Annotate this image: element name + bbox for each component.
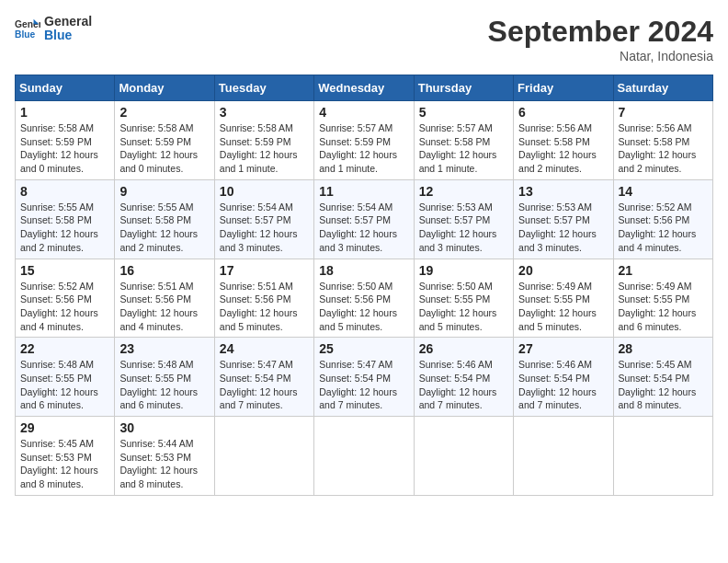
header-monday: Monday	[115, 75, 214, 101]
table-row: 24 Sunrise: 5:47 AM Sunset: 5:54 PM Dayl…	[214, 338, 313, 417]
day-info: Sunrise: 5:52 AM Sunset: 5:56 PM Dayligh…	[619, 201, 708, 255]
logo-icon: General Blue	[15, 16, 40, 41]
header-tuesday: Tuesday	[214, 75, 313, 101]
day-info: Sunrise: 5:52 AM Sunset: 5:56 PM Dayligh…	[20, 280, 109, 334]
day-info: Sunrise: 5:58 AM Sunset: 5:59 PM Dayligh…	[220, 121, 309, 176]
day-info: Sunrise: 5:48 AM Sunset: 5:55 PM Dayligh…	[20, 358, 109, 412]
day-number: 6	[518, 105, 608, 120]
day-info: Sunrise: 5:45 AM Sunset: 5:54 PM Dayligh…	[619, 358, 708, 412]
day-info: Sunrise: 5:53 AM Sunset: 5:57 PM Dayligh…	[419, 201, 508, 255]
day-number: 24	[220, 341, 309, 356]
day-number: 8	[20, 184, 109, 199]
day-info: Sunrise: 5:46 AM Sunset: 5:54 PM Dayligh…	[419, 358, 508, 412]
day-info: Sunrise: 5:44 AM Sunset: 5:53 PM Dayligh…	[119, 437, 209, 491]
day-number: 16	[119, 263, 209, 278]
table-row: 20 Sunrise: 5:49 AM Sunset: 5:55 PM Dayl…	[514, 259, 613, 338]
logo: General Blue General Blue	[15, 15, 92, 43]
day-number: 11	[319, 184, 408, 199]
day-number: 21	[619, 263, 708, 278]
day-info: Sunrise: 5:48 AM Sunset: 5:55 PM Dayligh…	[119, 358, 209, 412]
table-row: 16 Sunrise: 5:51 AM Sunset: 5:56 PM Dayl…	[115, 259, 214, 338]
table-row: 22 Sunrise: 5:48 AM Sunset: 5:55 PM Dayl…	[16, 338, 115, 417]
day-number: 4	[319, 105, 408, 120]
table-row: 25 Sunrise: 5:47 AM Sunset: 5:54 PM Dayl…	[314, 338, 414, 417]
table-row: 21 Sunrise: 5:49 AM Sunset: 5:55 PM Dayl…	[613, 259, 712, 338]
day-info: Sunrise: 5:56 AM Sunset: 5:58 PM Dayligh…	[518, 121, 608, 176]
day-number: 28	[619, 341, 708, 356]
day-number: 13	[518, 184, 608, 199]
table-row	[314, 417, 414, 496]
day-info: Sunrise: 5:55 AM Sunset: 5:58 PM Dayligh…	[119, 201, 209, 255]
logo-text-blue: Blue	[44, 29, 92, 42]
table-row: 10 Sunrise: 5:54 AM Sunset: 5:57 PM Dayl…	[214, 179, 313, 259]
calendar-header: Sunday Monday Tuesday Wednesday Thursday…	[16, 75, 713, 101]
day-number: 25	[319, 341, 408, 356]
day-info: Sunrise: 5:49 AM Sunset: 5:55 PM Dayligh…	[619, 280, 708, 334]
logo-text-general: General	[44, 15, 92, 29]
day-info: Sunrise: 5:50 AM Sunset: 5:55 PM Dayligh…	[419, 280, 508, 334]
table-row: 15 Sunrise: 5:52 AM Sunset: 5:56 PM Dayl…	[16, 259, 115, 338]
day-number: 23	[119, 341, 209, 356]
table-row: 12 Sunrise: 5:53 AM Sunset: 5:57 PM Dayl…	[414, 179, 513, 259]
calendar-row: 8 Sunrise: 5:55 AM Sunset: 5:58 PM Dayli…	[16, 179, 713, 259]
day-info: Sunrise: 5:54 AM Sunset: 5:57 PM Dayligh…	[319, 201, 408, 255]
calendar-table: Sunday Monday Tuesday Wednesday Thursday…	[15, 75, 713, 496]
table-row: 3 Sunrise: 5:58 AM Sunset: 5:59 PM Dayli…	[214, 101, 313, 180]
table-row: 2 Sunrise: 5:58 AM Sunset: 5:59 PM Dayli…	[115, 101, 214, 180]
day-info: Sunrise: 5:45 AM Sunset: 5:53 PM Dayligh…	[20, 437, 109, 491]
table-row	[214, 417, 313, 496]
day-number: 3	[220, 105, 309, 120]
day-number: 20	[518, 263, 608, 278]
day-info: Sunrise: 5:50 AM Sunset: 5:56 PM Dayligh…	[319, 280, 408, 334]
title-block: September 2024 Natar, Indonesia	[488, 15, 713, 63]
header-friday: Friday	[514, 75, 613, 101]
table-row: 6 Sunrise: 5:56 AM Sunset: 5:58 PM Dayli…	[514, 101, 613, 180]
svg-text:General: General	[15, 19, 40, 29]
calendar-row: 22 Sunrise: 5:48 AM Sunset: 5:55 PM Dayl…	[16, 338, 713, 417]
table-row: 30 Sunrise: 5:44 AM Sunset: 5:53 PM Dayl…	[115, 417, 214, 496]
day-info: Sunrise: 5:58 AM Sunset: 5:59 PM Dayligh…	[20, 121, 109, 176]
table-row	[514, 417, 613, 496]
day-info: Sunrise: 5:47 AM Sunset: 5:54 PM Dayligh…	[220, 358, 309, 412]
day-info: Sunrise: 5:54 AM Sunset: 5:57 PM Dayligh…	[220, 201, 309, 255]
header-saturday: Saturday	[613, 75, 712, 101]
day-info: Sunrise: 5:57 AM Sunset: 5:59 PM Dayligh…	[319, 121, 408, 176]
day-number: 14	[619, 184, 708, 199]
day-info: Sunrise: 5:53 AM Sunset: 5:57 PM Dayligh…	[518, 201, 608, 255]
table-row: 14 Sunrise: 5:52 AM Sunset: 5:56 PM Dayl…	[613, 179, 712, 259]
day-number: 26	[419, 341, 508, 356]
day-info: Sunrise: 5:46 AM Sunset: 5:54 PM Dayligh…	[518, 358, 608, 412]
header-sunday: Sunday	[16, 75, 115, 101]
header-thursday: Thursday	[414, 75, 513, 101]
day-number: 12	[419, 184, 508, 199]
day-number: 15	[20, 263, 109, 278]
day-number: 10	[220, 184, 309, 199]
day-number: 18	[319, 263, 408, 278]
table-row: 8 Sunrise: 5:55 AM Sunset: 5:58 PM Dayli…	[16, 179, 115, 259]
table-row: 18 Sunrise: 5:50 AM Sunset: 5:56 PM Dayl…	[314, 259, 414, 338]
table-row: 1 Sunrise: 5:58 AM Sunset: 5:59 PM Dayli…	[16, 101, 115, 180]
day-number: 5	[419, 105, 508, 120]
day-number: 19	[419, 263, 508, 278]
table-row	[414, 417, 513, 496]
day-number: 1	[20, 105, 109, 120]
table-row: 5 Sunrise: 5:57 AM Sunset: 5:58 PM Dayli…	[414, 101, 513, 180]
table-row: 9 Sunrise: 5:55 AM Sunset: 5:58 PM Dayli…	[115, 179, 214, 259]
day-info: Sunrise: 5:51 AM Sunset: 5:56 PM Dayligh…	[119, 280, 209, 334]
table-row: 7 Sunrise: 5:56 AM Sunset: 5:58 PM Dayli…	[613, 101, 712, 180]
day-info: Sunrise: 5:57 AM Sunset: 5:58 PM Dayligh…	[419, 121, 508, 176]
calendar-row: 15 Sunrise: 5:52 AM Sunset: 5:56 PM Dayl…	[16, 259, 713, 338]
day-number: 27	[518, 341, 608, 356]
calendar-row: 1 Sunrise: 5:58 AM Sunset: 5:59 PM Dayli…	[16, 101, 713, 180]
calendar-body: 1 Sunrise: 5:58 AM Sunset: 5:59 PM Dayli…	[16, 101, 713, 496]
day-info: Sunrise: 5:55 AM Sunset: 5:58 PM Dayligh…	[20, 201, 109, 255]
day-info: Sunrise: 5:49 AM Sunset: 5:55 PM Dayligh…	[518, 280, 608, 334]
header-wednesday: Wednesday	[314, 75, 414, 101]
day-info: Sunrise: 5:51 AM Sunset: 5:56 PM Dayligh…	[220, 280, 309, 334]
month-title: September 2024	[488, 15, 713, 49]
svg-text:Blue: Blue	[15, 30, 36, 40]
day-number: 7	[619, 105, 708, 120]
calendar-row: 29 Sunrise: 5:45 AM Sunset: 5:53 PM Dayl…	[16, 417, 713, 496]
table-row: 17 Sunrise: 5:51 AM Sunset: 5:56 PM Dayl…	[214, 259, 313, 338]
day-number: 22	[20, 341, 109, 356]
